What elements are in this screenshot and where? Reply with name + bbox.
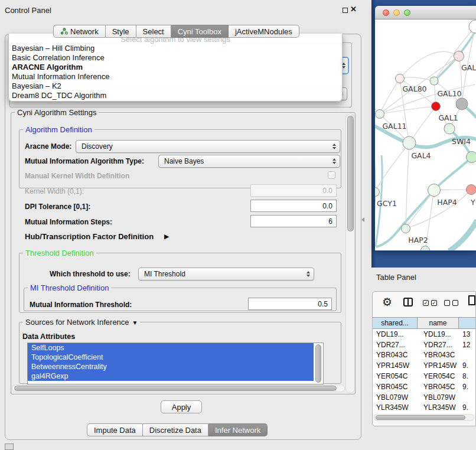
close-window-icon[interactable] xyxy=(383,9,389,16)
tab-cyni-toolbox[interactable]: Cyni Toolbox xyxy=(171,25,229,38)
apply-button[interactable]: Apply xyxy=(161,400,202,413)
algorithm-option-mutual-information-inference[interactable]: Mutual Information Inference xyxy=(9,72,342,81)
app-root: Control Panel ✕ NetworkStyleSelectCyni T… xyxy=(0,0,476,450)
table-row[interactable]: YBR045CYBR045C9. xyxy=(373,381,476,392)
network-edge[interactable] xyxy=(380,79,400,114)
kernel-width-field[interactable]: 0.0 xyxy=(250,184,337,197)
network-node[interactable] xyxy=(467,152,476,163)
mi-algorithm-type-value: Naive Bayes xyxy=(159,157,330,165)
checkbox-empty-icon[interactable] xyxy=(452,300,458,306)
float-panel-icon[interactable] xyxy=(343,8,348,13)
tab-discretize-data[interactable]: Discretize Data xyxy=(143,423,208,436)
table-row[interactable]: YLR345WYLR345W9. xyxy=(373,403,476,413)
network-node[interactable] xyxy=(456,98,468,110)
which-threshold-combobox[interactable]: MI Threshold xyxy=(138,268,314,281)
settings-vertical-scrollbar[interactable] xyxy=(345,113,355,393)
settings-horizontal-scrollbar[interactable] xyxy=(12,384,345,392)
network-node-gal80[interactable] xyxy=(396,74,405,83)
table-row[interactable]: YER054CYER054C8. xyxy=(373,371,476,381)
network-edge[interactable] xyxy=(406,143,409,229)
algorithm-option-bayesian-hill-climbing[interactable]: Bayesian – Hill Climbing xyxy=(9,44,342,53)
algorithm-option-bayesian-k2[interactable]: Bayesian – K2 xyxy=(9,81,342,91)
network-edge[interactable] xyxy=(375,143,409,192)
tab-jactivemnodules[interactable]: jActiveMNodules xyxy=(229,25,299,38)
aracne-mode-combobox[interactable]: Discovery xyxy=(76,140,340,153)
network-node-hap4[interactable] xyxy=(428,184,441,197)
tab-select[interactable]: Select xyxy=(136,25,171,38)
gear-icon[interactable]: ⚙ xyxy=(382,296,392,308)
table-cell: 13 xyxy=(459,330,476,338)
mi-algorithm-type-combobox[interactable]: Naive Bayes xyxy=(158,155,340,168)
algorithm-option-dream8-dc-tdc-algorithm[interactable]: Dream8 DC_TDC Algorithm xyxy=(9,91,342,100)
table-row[interactable]: YPR145WYPR145W9. xyxy=(373,360,476,371)
cyni-algorithm-settings-title: Cyni Algorithm Settings xyxy=(15,108,99,117)
network-node-label: GAL xyxy=(461,63,476,72)
network-node[interactable] xyxy=(469,20,476,33)
attributes-scrollbar-thumb[interactable] xyxy=(315,344,321,383)
network-node-gal[interactable] xyxy=(454,51,464,61)
table-header-row: shared...name xyxy=(373,317,476,329)
table-horizontal-scrollbar-thumb[interactable] xyxy=(376,415,465,420)
tab-impute-data[interactable]: Impute Data xyxy=(87,423,143,436)
network-node-gal4[interactable] xyxy=(403,136,416,149)
attribute-item-betweennesscentrality[interactable]: BetweennessCentrality xyxy=(28,362,314,371)
network-node-gal1[interactable] xyxy=(432,102,441,111)
tab-network[interactable]: Network xyxy=(53,25,106,38)
table-row[interactable]: YBR043CYBR043C xyxy=(373,350,476,361)
data-attributes-list[interactable]: SelfLoopsTopologicalCoefficientBetweenne… xyxy=(27,343,324,384)
checkbox-checked-icon[interactable]: ✓ xyxy=(431,300,437,306)
tab-style[interactable]: Style xyxy=(106,25,136,38)
panel-divider-arrow-icon[interactable] xyxy=(361,217,364,222)
network-node-gcy1[interactable] xyxy=(375,188,380,197)
chevron-updown-icon xyxy=(330,155,340,167)
control-panel-tabs: NetworkStyleSelectCyni ToolboxjActiveMNo… xyxy=(53,25,299,38)
network-node-gal10[interactable] xyxy=(430,77,438,85)
table-row[interactable]: YDR27...YDR27...12 xyxy=(373,340,476,350)
table-cell: YLR345W xyxy=(418,403,459,412)
algorithm-option-basic-correlation-inference[interactable]: Basic Correlation Inference xyxy=(9,53,342,63)
partial-panel-icon[interactable] xyxy=(5,444,14,450)
network-node-y[interactable] xyxy=(467,185,476,195)
tab-label: jActiveMNodules xyxy=(235,27,292,36)
checkbox-checked-icon[interactable]: ✓ xyxy=(423,300,429,306)
dpi-tolerance-field[interactable]: 0.0 xyxy=(250,200,337,212)
network-node-label: GCY1 xyxy=(377,199,397,208)
network-node[interactable] xyxy=(421,246,430,251)
settings-vertical-scrollbar-thumb[interactable] xyxy=(347,116,354,231)
tab-infer-network[interactable]: Infer Network xyxy=(208,423,268,436)
mi-threshold-field[interactable]: 0.5 xyxy=(248,298,332,310)
table-cell: 9. xyxy=(459,383,476,391)
column-header-shared[interactable]: shared... xyxy=(373,318,418,328)
attribute-item-gal4rgexp[interactable]: gal4RGexp xyxy=(28,371,314,381)
network-edge[interactable] xyxy=(406,190,434,229)
settings-horizontal-scrollbar-thumb[interactable] xyxy=(14,386,337,391)
network-node-swi4[interactable] xyxy=(444,123,455,134)
network-node-gal11[interactable] xyxy=(376,110,384,119)
expand-arrow-icon[interactable]: ▶ xyxy=(164,233,169,240)
column-header-name[interactable]: name xyxy=(418,318,459,328)
page-icon[interactable] xyxy=(468,295,475,305)
network-node-label: HAP2 xyxy=(408,236,428,244)
network-edge[interactable] xyxy=(449,220,476,250)
column-header-2[interactable] xyxy=(459,318,476,328)
algorithm-option-aracne-algorithm[interactable]: ARACNE Algorithm xyxy=(9,63,342,72)
network-canvas[interactable]: GALGAL80GAL10GAL1GAL11SWI4GAL4GCY1HAP4YH… xyxy=(375,19,476,250)
close-panel-icon[interactable]: ✕ xyxy=(350,5,357,14)
checkbox-empty-icon[interactable] xyxy=(444,300,450,306)
network-edge[interactable] xyxy=(400,77,434,81)
tab-label: Style xyxy=(112,27,129,36)
attribute-item-selfloops[interactable]: SelfLoops xyxy=(28,343,314,353)
table-row[interactable]: YDL19...YDL19...13 xyxy=(373,329,476,340)
minimize-window-icon[interactable] xyxy=(393,9,400,16)
attribute-item-topologicalcoefficient[interactable]: TopologicalCoefficient xyxy=(28,353,314,362)
table-rows: YDL19...YDL19...13YDR27...YDR27...12YBR0… xyxy=(373,329,476,414)
network-node-hap2[interactable] xyxy=(402,224,410,233)
network-window-titlebar[interactable] xyxy=(375,6,476,19)
columns-icon[interactable] xyxy=(403,298,413,306)
mi-steps-field[interactable]: 6 xyxy=(250,215,337,227)
table-row[interactable]: YBL079WYBL079W xyxy=(373,392,476,403)
manual-kernel-width-checkbox[interactable] xyxy=(328,171,335,179)
collapse-arrow-icon[interactable]: ▼ xyxy=(132,319,138,326)
table-horizontal-scrollbar[interactable] xyxy=(374,414,474,421)
zoom-window-icon[interactable] xyxy=(404,9,410,16)
